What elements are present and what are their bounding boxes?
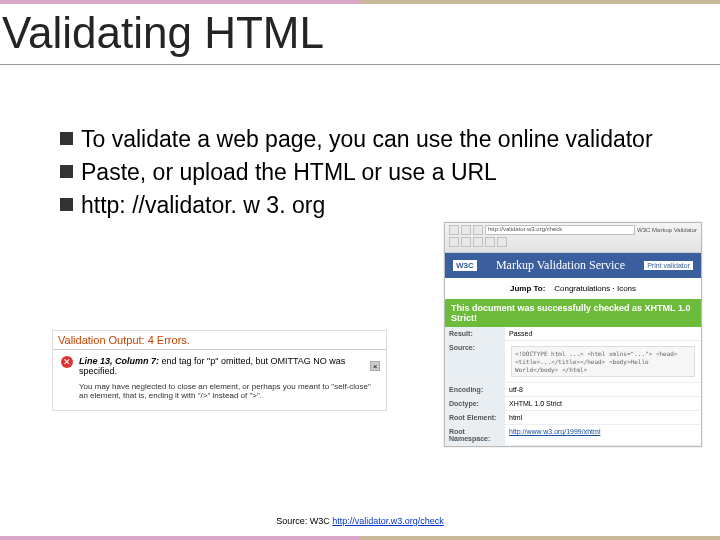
- kv-key: Result:: [445, 327, 505, 340]
- kv-val: <!DOCTYPE html ...> <html xmlns="..."> <…: [505, 341, 701, 382]
- kv-val: utf-8: [505, 383, 701, 396]
- bullet-square-icon: [60, 132, 73, 145]
- validator-success-screenshot: http://validator.w3.org/check W3C Markup…: [444, 222, 702, 447]
- browser-button: [449, 237, 459, 247]
- kv-key: Doctype:: [445, 397, 505, 410]
- error-message: Line 13, Column 7: end tag for "p" omitt…: [79, 356, 378, 376]
- bullet-square-icon: [60, 165, 73, 178]
- error-body: × ✕ Line 13, Column 7: end tag for "p" o…: [53, 350, 386, 410]
- slide-accent-top: [0, 0, 720, 4]
- browser-button: [449, 225, 459, 235]
- browser-button: [461, 225, 471, 235]
- source-link[interactable]: http://validator.w3.org/check: [332, 516, 444, 526]
- bullet-item: http: //validator. w 3. org: [60, 191, 690, 220]
- bullet-text: http: //validator. w 3. org: [81, 191, 325, 220]
- browser-button: [485, 237, 495, 247]
- slide-accent-bottom: [0, 536, 720, 540]
- validator-banner: W3C Markup Validation Service Print vali…: [445, 253, 701, 278]
- source-citation: Source: W3C http://validator.w3.org/chec…: [0, 516, 720, 526]
- kv-row: Result: Passed: [445, 327, 701, 341]
- bullet-text: Paste, or upload the HTML or use a URL: [81, 158, 497, 187]
- kv-key: Root Namespace:: [445, 425, 505, 445]
- jump-label: Jump To:: [510, 284, 545, 293]
- kv-row: Source: <!DOCTYPE html ...> <html xmlns=…: [445, 341, 701, 383]
- kv-key: Encoding:: [445, 383, 505, 396]
- browser-button: [473, 225, 483, 235]
- source-code-box: <!DOCTYPE html ...> <html xmlns="..."> <…: [511, 346, 695, 377]
- w3c-logo: W3C: [453, 260, 477, 271]
- address-bar: http://validator.w3.org/check: [485, 225, 635, 235]
- kv-row: Doctype: XHTML 1.0 Strict: [445, 397, 701, 411]
- content-area: To validate a web page, you can use the …: [0, 65, 720, 219]
- kv-row: Root Element: html: [445, 411, 701, 425]
- service-title: Markup Validation Service: [496, 258, 625, 273]
- browser-chrome: http://validator.w3.org/check W3C Markup…: [445, 223, 701, 253]
- bullet-item: To validate a web page, you can use the …: [60, 125, 690, 154]
- browser-button: [497, 237, 507, 247]
- validation-errors-screenshot: Validation Output: 4 Errors. × ✕ Line 13…: [52, 330, 387, 411]
- error-header: Validation Output: 4 Errors.: [53, 331, 386, 350]
- kv-val: http://www.w3.org/1999/xhtml: [505, 425, 701, 445]
- kv-key: Root Element:: [445, 411, 505, 424]
- bullet-text: To validate a web page, you can use the …: [81, 125, 653, 154]
- print-link: Print validator: [644, 261, 693, 270]
- error-location: Line 13, Column 7:: [79, 356, 159, 366]
- success-bar: This document was successfully checked a…: [445, 299, 701, 327]
- kv-row: Encoding: utf-8: [445, 383, 701, 397]
- error-x-icon: ✕: [61, 356, 73, 368]
- browser-button: [461, 237, 471, 247]
- close-icon: ×: [370, 361, 380, 371]
- browser-button: [473, 237, 483, 247]
- kv-val: html: [505, 411, 701, 424]
- source-prefix: Source: W3C: [276, 516, 332, 526]
- kv-val: Passed: [505, 327, 701, 340]
- bullet-square-icon: [60, 198, 73, 211]
- kv-row: Root Namespace: http://www.w3.org/1999/x…: [445, 425, 701, 446]
- kv-val: XHTML 1.0 Strict: [505, 397, 701, 410]
- namespace-link: http://www.w3.org/1999/xhtml: [509, 428, 600, 435]
- jump-links: Congratulations · Icons: [554, 284, 636, 293]
- error-line: ✕ Line 13, Column 7: end tag for "p" omi…: [61, 356, 378, 376]
- slide-title: Validating HTML: [0, 0, 720, 58]
- browser-title: W3C Markup Validator: [637, 227, 697, 233]
- bullet-item: Paste, or upload the HTML or use a URL: [60, 158, 690, 187]
- error-hint: You may have neglected to close an eleme…: [79, 382, 378, 400]
- kv-key: Source:: [445, 341, 505, 382]
- jump-to-row: Jump To: Congratulations · Icons: [445, 278, 701, 299]
